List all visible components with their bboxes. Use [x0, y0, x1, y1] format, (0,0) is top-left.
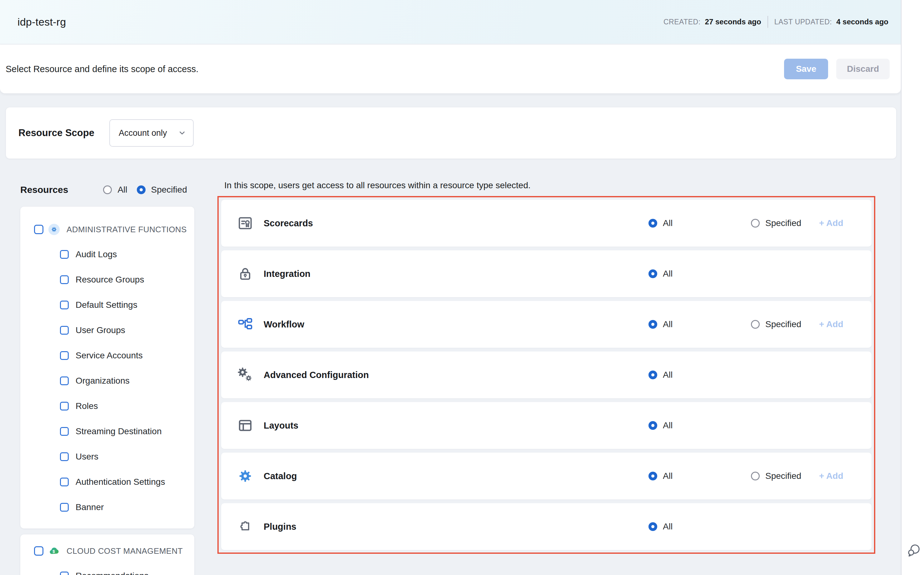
specified-radio[interactable]	[751, 219, 760, 227]
resource-item-label: Users	[76, 452, 99, 462]
created-label: CREATED:	[663, 18, 701, 26]
chat-bubbles-icon[interactable]	[906, 543, 921, 557]
resource-scope-selected-value: Account only	[119, 128, 167, 138]
resources-specified-radio[interactable]	[137, 186, 146, 194]
resources-title: Resources	[20, 184, 68, 195]
resource-scope-select[interactable]: Account only	[109, 119, 194, 147]
all-radio[interactable]	[648, 219, 657, 227]
specified-radio[interactable]	[751, 320, 760, 329]
resource-item-row: User Groups	[20, 318, 194, 343]
resource-types-panel: ScorecardsAllSpecified+ AddIntegrationAl…	[217, 196, 875, 554]
resource-item-checkbox[interactable]	[60, 478, 69, 486]
page-header: idp-test-rg CREATED: 27 seconds ago LAST…	[0, 0, 901, 44]
all-radio[interactable]	[648, 370, 657, 379]
resource-item-checkbox[interactable]	[60, 275, 69, 284]
resource-type-row: CatalogAllSpecified+ Add	[221, 453, 871, 499]
resource-item-checkbox[interactable]	[60, 402, 69, 410]
all-radio[interactable]	[648, 269, 657, 278]
meta-divider	[768, 16, 768, 28]
header-meta: CREATED: 27 seconds ago LAST UPDATED: 4 …	[663, 16, 888, 28]
resource-type-row: Advanced ConfigurationAll	[221, 351, 871, 398]
all-radio-label: All	[663, 370, 672, 380]
resource-type-label: Advanced Configuration	[264, 370, 369, 380]
specified-radio-label: Specified	[765, 218, 801, 228]
resource-item-checkbox[interactable]	[60, 427, 69, 436]
integration-lock-icon	[237, 266, 253, 281]
resource-item-row: Roles	[20, 393, 194, 419]
all-radio[interactable]	[648, 472, 657, 480]
resource-type-row: WorkflowAllSpecified+ Add	[221, 301, 871, 348]
toolbar: Select Resource and define its scope of …	[0, 44, 901, 93]
resource-item-checkbox[interactable]	[60, 250, 69, 259]
page-title: idp-test-rg	[18, 16, 66, 28]
resource-type-row: PluginsAll	[221, 503, 871, 550]
resource-type-label: Layouts	[264, 421, 298, 431]
resources-specified-label: Specified	[151, 185, 187, 195]
discard-button[interactable]: Discard	[836, 59, 890, 79]
resource-item-label: Streaming Destination	[76, 426, 161, 437]
resources-tree: ADMINISTRATIVE FUNCTIONSAudit LogsResour…	[20, 206, 194, 575]
resource-item-checkbox[interactable]	[60, 326, 69, 335]
resource-group-checkbox[interactable]	[34, 546, 43, 556]
resource-item-label: Service Accounts	[76, 351, 143, 361]
resource-item-checkbox[interactable]	[60, 503, 69, 511]
resource-group-label: ADMINISTRATIVE FUNCTIONS	[67, 225, 187, 234]
scorecards-icon	[237, 215, 253, 231]
resource-type-label: Catalog	[264, 471, 297, 481]
resource-item-checkbox[interactable]	[60, 452, 69, 461]
resources-all-radio[interactable]	[103, 186, 112, 194]
specified-radio-label: Specified	[765, 319, 801, 329]
resource-item-label: Resource Groups	[76, 275, 144, 285]
add-link[interactable]: + Add	[819, 471, 843, 481]
resource-type-label: Scorecards	[264, 218, 313, 229]
resource-item-checkbox[interactable]	[60, 351, 69, 360]
cloud-cost-icon: $	[48, 545, 60, 557]
resources-header: Resources All Specified	[20, 180, 194, 200]
resource-group-card: $CLOUD COST MANAGEMENTRecommendations	[20, 534, 194, 575]
all-radio-label: All	[663, 421, 672, 430]
all-radio[interactable]	[648, 320, 657, 329]
resource-item-label: Audit Logs	[76, 249, 117, 259]
all-radio-label: All	[663, 522, 672, 532]
resource-type-label: Plugins	[264, 522, 296, 532]
advanced-gears-icon	[237, 367, 253, 383]
resource-item-label: Recommendations	[76, 571, 148, 575]
resource-item-row: Users	[20, 444, 194, 469]
resource-item-row: Banner	[20, 494, 194, 520]
resource-item-checkbox[interactable]	[60, 300, 69, 309]
chevron-down-icon	[179, 130, 186, 137]
resource-group-row: $CLOUD COST MANAGEMENT	[20, 539, 194, 563]
resource-item-label: Roles	[76, 401, 98, 411]
add-link[interactable]: + Add	[819, 218, 843, 228]
catalog-gear-icon	[237, 468, 253, 484]
all-radio-label: All	[663, 269, 672, 279]
specified-radio[interactable]	[751, 472, 760, 480]
resource-item-checkbox[interactable]	[60, 572, 69, 575]
save-button[interactable]: Save	[784, 59, 828, 79]
all-radio[interactable]	[648, 421, 657, 430]
all-radio-label: All	[663, 471, 672, 481]
layouts-icon	[237, 418, 253, 433]
all-radio[interactable]	[648, 522, 657, 531]
resource-item-checkbox[interactable]	[60, 376, 69, 385]
resource-type-label: Integration	[264, 269, 311, 279]
resource-group-card: ADMINISTRATIVE FUNCTIONSAudit LogsResour…	[20, 206, 194, 529]
resource-item-label: Default Settings	[76, 300, 137, 310]
resource-type-row: IntegrationAll	[221, 250, 871, 297]
resource-item-label: Banner	[76, 502, 104, 512]
resource-group-row: ADMINISTRATIVE FUNCTIONS	[20, 217, 194, 241]
resource-item-row: Authentication Settings	[20, 469, 194, 494]
add-link[interactable]: + Add	[819, 319, 843, 329]
resource-item-label: Authentication Settings	[76, 477, 165, 487]
all-radio-label: All	[663, 218, 672, 228]
resource-type-label: Workflow	[264, 319, 304, 330]
plugins-puzzle-icon	[237, 519, 253, 534]
toolbar-description: Select Resource and define its scope of …	[6, 64, 198, 74]
toolbar-actions: Save Discard	[784, 59, 890, 79]
workflow-icon	[237, 316, 253, 332]
resource-type-row: LayoutsAll	[221, 402, 871, 449]
scope-description: In this scope, users get access to all r…	[224, 180, 531, 191]
resource-item-row: Recommendations	[20, 563, 194, 575]
resource-item-row: Audit Logs	[20, 241, 194, 267]
resource-group-checkbox[interactable]	[34, 225, 43, 234]
